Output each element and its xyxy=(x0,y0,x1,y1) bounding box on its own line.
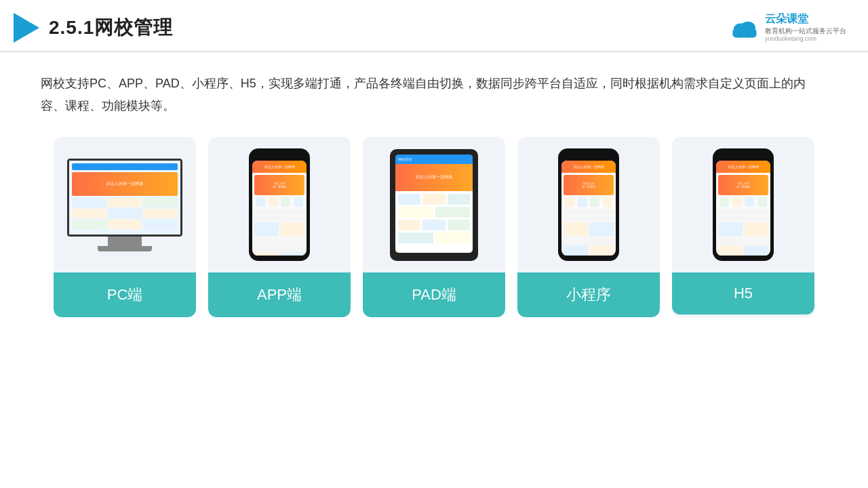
brand-logo: 云朵课堂 教育机构一站式服务云平台 yunduoketang.com xyxy=(728,12,846,43)
miniprogram-image-area: 职达人的第一堂网课 职达人的第一堂网课 xyxy=(517,137,660,272)
app-card: 职达人的第一堂网课 职达人的第一堂网课 xyxy=(208,137,351,317)
h5-phone-icon: 职达人的第一堂网课 职达人的第一堂网课 xyxy=(713,148,774,261)
brand-icon-group: 云朵课堂 教育机构一站式服务云平台 yunduoketang.com xyxy=(728,12,846,43)
description-text: 网校支持PC、APP、PAD、小程序、H5，实现多端打通，产品各终端自由切换，数… xyxy=(41,73,827,117)
pad-image-area: 网校管理 职达人的第一堂网课 xyxy=(363,137,505,272)
svg-rect-4 xyxy=(732,31,756,38)
page-title: 2.5.1网校管理 xyxy=(49,15,173,41)
header-left: 2.5.1网校管理 xyxy=(14,13,173,43)
h5-label: H5 xyxy=(672,272,814,314)
pc-label: PC端 xyxy=(54,272,196,317)
header-right: 云朵课堂 教育机构一站式服务云平台 yunduoketang.com xyxy=(728,12,846,43)
h5-card: 职达人的第一堂网课 职达人的第一堂网课 xyxy=(672,137,814,317)
app-image-area: 职达人的第一堂网课 职达人的第一堂网课 xyxy=(208,137,351,272)
cloud-icon xyxy=(728,17,761,39)
app-phone-icon: 职达人的第一堂网课 职达人的第一堂网课 xyxy=(249,148,310,261)
miniprogram-label: 小程序 xyxy=(517,272,660,317)
pad-label: PAD端 xyxy=(363,272,505,317)
pad-card: 网校管理 职达人的第一堂网课 xyxy=(363,137,505,317)
brand-name: 云朵课堂 xyxy=(765,12,808,26)
miniprogram-phone-icon: 职达人的第一堂网课 职达人的第一堂网课 xyxy=(558,148,619,261)
pad-tablet-icon: 网校管理 职达人的第一堂网课 xyxy=(390,149,478,261)
brand-url: yunduoketang.com xyxy=(765,35,816,43)
brand-tagline: 教育机构一站式服务云平台 xyxy=(765,26,846,35)
main-content: 网校支持PC、APP、PAD、小程序、H5，实现多端打通，产品各终端自由切换，数… xyxy=(0,52,868,331)
pc-card: 职达人的第一堂网课 xyxy=(54,137,196,317)
miniprogram-card: 职达人的第一堂网课 职达人的第一堂网课 xyxy=(517,137,660,317)
pc-image-area: 职达人的第一堂网课 xyxy=(54,137,196,272)
h5-image-area: 职达人的第一堂网课 职达人的第一堂网课 xyxy=(672,137,814,272)
logo-triangle-icon xyxy=(14,13,39,43)
brand-text: 云朵课堂 教育机构一站式服务云平台 yunduoketang.com xyxy=(765,12,846,43)
pc-monitor-icon: 职达人的第一堂网课 xyxy=(67,159,182,251)
app-label: APP端 xyxy=(208,272,351,317)
platform-cards: 职达人的第一堂网课 xyxy=(41,137,827,317)
page-header: 2.5.1网校管理 云朵课堂 教育机构一站式服务云平台 xyxy=(0,0,868,52)
